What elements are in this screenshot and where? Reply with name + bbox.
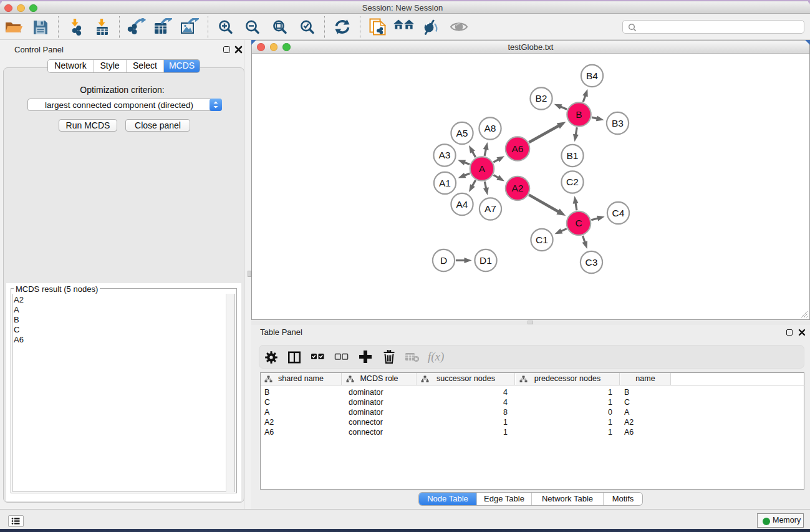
svg-text:C: C [575,218,582,228]
svg-text:A2: A2 [512,183,524,193]
svg-text:B4: B4 [586,70,598,81]
svg-text:B2: B2 [536,93,547,104]
svg-text:D1: D1 [480,255,492,266]
svg-text:C4: C4 [612,208,625,218]
svg-text:C2: C2 [566,177,579,187]
svg-text:A8: A8 [485,123,496,133]
svg-text:C3: C3 [586,257,598,268]
svg-text:A5: A5 [456,128,468,138]
svg-text:D: D [440,255,447,266]
svg-text:A1: A1 [439,178,451,188]
svg-text:C1: C1 [536,235,548,245]
svg-text:B3: B3 [612,118,624,128]
svg-text:B: B [576,109,582,120]
svg-text:A: A [479,163,486,174]
svg-text:A7: A7 [485,203,496,214]
svg-text:B1: B1 [567,150,579,161]
svg-text:A3: A3 [439,150,451,160]
svg-text:A4: A4 [456,199,468,210]
svg-text:A6: A6 [512,143,524,154]
